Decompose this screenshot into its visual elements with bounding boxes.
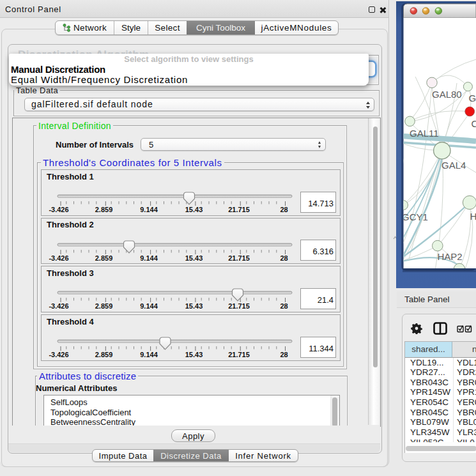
svg-text:21.715: 21.715 — [228, 254, 250, 262]
svg-text:2.859: 2.859 — [95, 206, 113, 213]
svg-text:-3.426: -3.426 — [49, 254, 68, 262]
svg-text:21.715: 21.715 — [228, 206, 250, 213]
svg-text:2.859: 2.859 — [95, 302, 113, 310]
svg-text:9.144: 9.144 — [140, 351, 158, 358]
svg-text:9.144: 9.144 — [140, 254, 158, 262]
svg-text:-3.426: -3.426 — [49, 351, 68, 358]
svg-text:-3.426: -3.426 — [49, 302, 68, 310]
svg-text:GCY1: GCY1 — [402, 211, 428, 222]
svg-text:GAL4: GAL4 — [441, 160, 466, 171]
svg-text:28: 28 — [280, 254, 288, 262]
svg-text:9.144: 9.144 — [140, 206, 158, 213]
svg-text:GA: GA — [469, 93, 476, 104]
svg-text:15.43: 15.43 — [185, 302, 203, 310]
svg-text:GAL80: GAL80 — [432, 89, 462, 100]
svg-text:28: 28 — [280, 302, 288, 310]
svg-text:21.715: 21.715 — [228, 302, 250, 310]
svg-text:15.43: 15.43 — [185, 206, 203, 213]
svg-text:21.715: 21.715 — [228, 351, 250, 358]
svg-text:GAL11: GAL11 — [410, 128, 439, 139]
svg-text:28: 28 — [280, 351, 288, 358]
svg-text:2.859: 2.859 — [95, 351, 113, 358]
svg-text:15.43: 15.43 — [185, 254, 203, 262]
svg-text:15.43: 15.43 — [185, 351, 203, 358]
svg-text:HI: HI — [470, 211, 476, 222]
svg-text:C: C — [472, 118, 476, 129]
svg-text:9.144: 9.144 — [140, 302, 158, 310]
svg-text:28: 28 — [280, 206, 288, 213]
svg-text:2.859: 2.859 — [95, 254, 113, 262]
svg-text:-3.426: -3.426 — [49, 206, 68, 213]
svg-text:HAP2: HAP2 — [438, 251, 463, 262]
